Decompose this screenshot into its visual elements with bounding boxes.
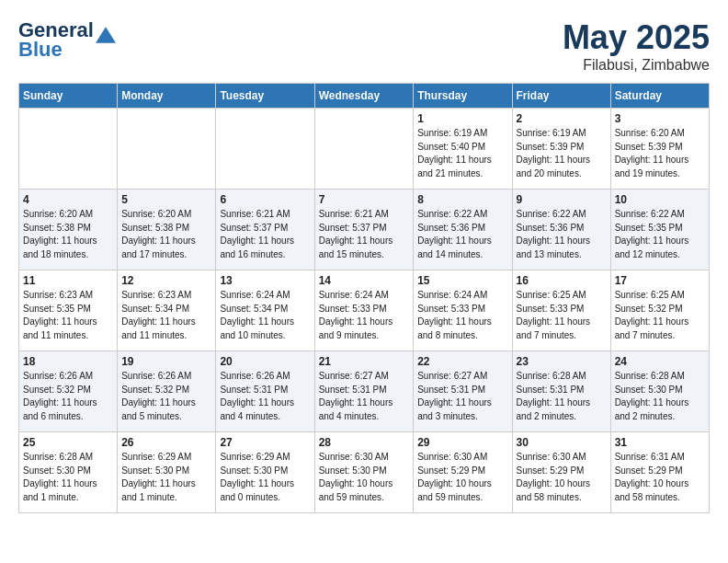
day-number: 16 [517,274,607,287]
day-info: Sunrise: 6:28 AM Sunset: 5:30 PM Dayligh… [23,451,113,504]
day-number: 2 [517,112,607,125]
day-number: 13 [220,274,310,287]
calendar-cell: 23Sunrise: 6:28 AM Sunset: 5:31 PM Dayli… [512,351,610,432]
calendar-cell: 29Sunrise: 6:30 AM Sunset: 5:29 PM Dayli… [414,432,512,513]
weekday-header-row: SundayMondayTuesdayWednesdayThursdayFrid… [19,84,710,109]
day-number: 30 [517,436,607,449]
day-number: 24 [615,355,705,368]
day-info: Sunrise: 6:20 AM Sunset: 5:39 PM Dayligh… [615,127,705,180]
day-info: Sunrise: 6:30 AM Sunset: 5:29 PM Dayligh… [517,451,607,504]
day-info: Sunrise: 6:25 AM Sunset: 5:32 PM Dayligh… [615,289,705,342]
calendar-cell [118,109,216,190]
calendar-week-row: 11Sunrise: 6:23 AM Sunset: 5:35 PM Dayli… [19,270,710,351]
day-info: Sunrise: 6:22 AM Sunset: 5:36 PM Dayligh… [517,208,607,261]
weekday-header: Friday [512,84,610,109]
calendar-cell [314,109,414,190]
calendar-cell: 27Sunrise: 6:29 AM Sunset: 5:30 PM Dayli… [216,432,314,513]
svg-marker-0 [96,27,116,43]
day-info: Sunrise: 6:28 AM Sunset: 5:31 PM Dayligh… [517,370,607,423]
day-info: Sunrise: 6:26 AM Sunset: 5:32 PM Dayligh… [121,370,211,423]
day-number: 9 [517,193,607,206]
day-info: Sunrise: 6:23 AM Sunset: 5:34 PM Dayligh… [121,289,211,342]
day-number: 1 [417,112,507,125]
day-number: 31 [615,436,705,449]
day-number: 28 [319,436,410,449]
calendar-cell: 19Sunrise: 6:26 AM Sunset: 5:32 PM Dayli… [118,351,216,432]
day-number: 8 [417,193,507,206]
day-number: 10 [615,193,705,206]
calendar-cell: 24Sunrise: 6:28 AM Sunset: 5:30 PM Dayli… [610,351,709,432]
day-number: 3 [615,112,705,125]
weekday-header: Tuesday [216,84,314,109]
calendar-cell: 6Sunrise: 6:21 AM Sunset: 5:37 PM Daylig… [216,190,314,270]
day-number: 19 [121,355,211,368]
calendar-cell: 20Sunrise: 6:26 AM Sunset: 5:31 PM Dayli… [216,351,314,432]
day-info: Sunrise: 6:21 AM Sunset: 5:37 PM Dayligh… [319,208,410,261]
calendar-cell: 14Sunrise: 6:24 AM Sunset: 5:33 PM Dayli… [314,270,414,351]
day-number: 25 [23,436,113,449]
calendar-table: SundayMondayTuesdayWednesdayThursdayFrid… [18,83,710,513]
day-info: Sunrise: 6:22 AM Sunset: 5:35 PM Dayligh… [615,208,705,261]
calendar-cell: 28Sunrise: 6:30 AM Sunset: 5:30 PM Dayli… [314,432,414,513]
day-info: Sunrise: 6:29 AM Sunset: 5:30 PM Dayligh… [121,451,211,504]
day-info: Sunrise: 6:26 AM Sunset: 5:32 PM Dayligh… [23,370,113,423]
day-info: Sunrise: 6:26 AM Sunset: 5:31 PM Dayligh… [220,370,310,423]
location: Filabusi, Zimbabwe [563,57,710,74]
day-number: 29 [417,436,507,449]
day-number: 5 [121,193,211,206]
calendar-cell [216,109,314,190]
day-info: Sunrise: 6:25 AM Sunset: 5:33 PM Dayligh… [517,289,607,342]
day-number: 23 [517,355,607,368]
day-info: Sunrise: 6:30 AM Sunset: 5:29 PM Dayligh… [417,451,507,504]
day-number: 15 [417,274,507,287]
day-number: 4 [23,193,113,206]
calendar-cell: 22Sunrise: 6:27 AM Sunset: 5:31 PM Dayli… [414,351,512,432]
calendar-cell: 12Sunrise: 6:23 AM Sunset: 5:34 PM Dayli… [118,270,216,351]
calendar-cell: 21Sunrise: 6:27 AM Sunset: 5:31 PM Dayli… [314,351,414,432]
day-info: Sunrise: 6:24 AM Sunset: 5:33 PM Dayligh… [417,289,507,342]
calendar-week-row: 4Sunrise: 6:20 AM Sunset: 5:38 PM Daylig… [19,190,710,270]
day-info: Sunrise: 6:24 AM Sunset: 5:33 PM Dayligh… [319,289,410,342]
day-number: 7 [319,193,410,206]
calendar-cell: 30Sunrise: 6:30 AM Sunset: 5:29 PM Dayli… [512,432,610,513]
weekday-header: Wednesday [314,84,414,109]
weekday-header: Monday [118,84,216,109]
day-info: Sunrise: 6:31 AM Sunset: 5:29 PM Dayligh… [615,451,705,504]
calendar-cell: 5Sunrise: 6:20 AM Sunset: 5:38 PM Daylig… [118,190,216,270]
day-info: Sunrise: 6:28 AM Sunset: 5:30 PM Dayligh… [615,370,705,423]
calendar-cell: 10Sunrise: 6:22 AM Sunset: 5:35 PM Dayli… [610,190,709,270]
calendar-cell: 4Sunrise: 6:20 AM Sunset: 5:38 PM Daylig… [19,190,118,270]
day-number: 22 [417,355,507,368]
calendar-cell [19,109,118,190]
logo-blue: Blue [18,38,107,62]
calendar-cell: 8Sunrise: 6:22 AM Sunset: 5:36 PM Daylig… [414,190,512,270]
day-number: 21 [319,355,410,368]
calendar-cell: 3Sunrise: 6:20 AM Sunset: 5:39 PM Daylig… [610,109,709,190]
day-number: 18 [23,355,113,368]
calendar-cell: 15Sunrise: 6:24 AM Sunset: 5:33 PM Dayli… [414,270,512,351]
month-title: May 2025 [563,18,710,57]
day-info: Sunrise: 6:20 AM Sunset: 5:38 PM Dayligh… [121,208,211,261]
calendar-cell: 2Sunrise: 6:19 AM Sunset: 5:39 PM Daylig… [512,109,610,190]
calendar-cell: 26Sunrise: 6:29 AM Sunset: 5:30 PM Dayli… [118,432,216,513]
calendar-cell: 7Sunrise: 6:21 AM Sunset: 5:37 PM Daylig… [314,190,414,270]
day-number: 14 [319,274,410,287]
calendar-cell: 18Sunrise: 6:26 AM Sunset: 5:32 PM Dayli… [19,351,118,432]
day-info: Sunrise: 6:27 AM Sunset: 5:31 PM Dayligh… [319,370,410,423]
day-info: Sunrise: 6:27 AM Sunset: 5:31 PM Dayligh… [417,370,507,423]
day-number: 26 [121,436,211,449]
day-info: Sunrise: 6:23 AM Sunset: 5:35 PM Dayligh… [23,289,113,342]
day-info: Sunrise: 6:29 AM Sunset: 5:30 PM Dayligh… [220,451,310,504]
day-info: Sunrise: 6:21 AM Sunset: 5:37 PM Dayligh… [220,208,310,261]
day-info: Sunrise: 6:24 AM Sunset: 5:34 PM Dayligh… [220,289,310,342]
logo: General Blue [18,18,107,62]
day-number: 6 [220,193,310,206]
calendar-cell: 11Sunrise: 6:23 AM Sunset: 5:35 PM Dayli… [19,270,118,351]
calendar-week-row: 18Sunrise: 6:26 AM Sunset: 5:32 PM Dayli… [19,351,710,432]
day-info: Sunrise: 6:20 AM Sunset: 5:38 PM Dayligh… [23,208,113,261]
calendar-week-row: 1Sunrise: 6:19 AM Sunset: 5:40 PM Daylig… [19,109,710,190]
weekday-header: Thursday [414,84,512,109]
day-number: 11 [23,274,113,287]
calendar-cell: 17Sunrise: 6:25 AM Sunset: 5:32 PM Dayli… [610,270,709,351]
day-number: 12 [121,274,211,287]
